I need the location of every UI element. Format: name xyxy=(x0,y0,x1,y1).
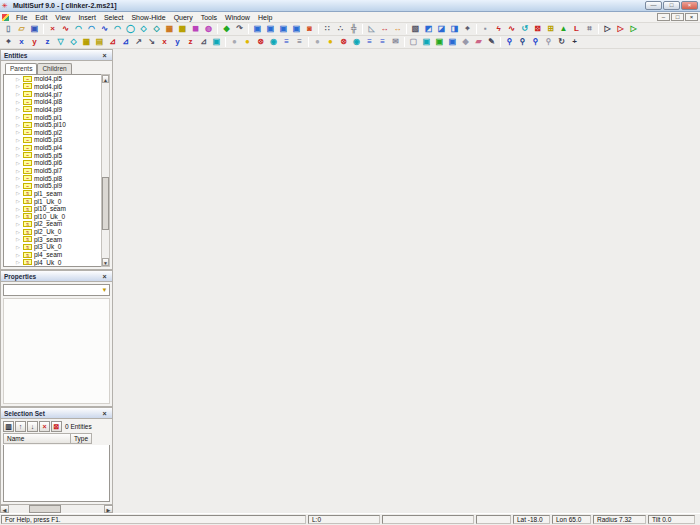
properties-input[interactable] xyxy=(4,287,100,294)
mdi-close-button[interactable]: × xyxy=(685,13,698,21)
subdivisions-icon[interactable]: ∴ xyxy=(334,23,347,35)
select-both-icon[interactable]: ◨ xyxy=(448,23,461,35)
shrink-tool-icon[interactable]: ↘ xyxy=(145,36,158,48)
shaded-blue-icon[interactable]: ▣ xyxy=(446,36,459,48)
tree-item[interactable]: pl10_seam xyxy=(4,205,109,213)
stretch-x-icon[interactable]: ↔ xyxy=(378,23,391,35)
clear-set-icon[interactable]: ⊠ xyxy=(51,421,62,432)
tree-item[interactable]: mold5.pl1 xyxy=(4,113,109,121)
scroll-track[interactable] xyxy=(9,505,104,513)
delete-grid-icon[interactable]: ⊠ xyxy=(531,23,544,35)
open-file-icon[interactable]: ▱ xyxy=(15,23,28,35)
wireframe-icon[interactable]: ▢ xyxy=(407,36,420,48)
view-side-icon[interactable]: ▣ xyxy=(264,23,277,35)
pane-tool-icon[interactable]: ▣ xyxy=(210,36,223,48)
scroll-right-icon[interactable]: ▶ xyxy=(104,505,113,513)
scroll-down-icon[interactable]: ▼ xyxy=(102,258,109,266)
expander-icon[interactable] xyxy=(16,221,22,227)
frame-entity-icon[interactable]: L xyxy=(570,23,583,35)
expander-icon[interactable] xyxy=(16,91,22,97)
project-tool-icon[interactable]: ▽ xyxy=(54,36,67,48)
expander-icon[interactable] xyxy=(16,152,22,158)
menu-item[interactable]: Window xyxy=(221,14,254,21)
zoom-out-icon[interactable]: ⚲ xyxy=(516,36,529,48)
hash-grid-icon[interactable]: ⌗ xyxy=(583,23,596,35)
angle-red-icon[interactable]: ⊿ xyxy=(106,36,119,48)
hide-entity-icon[interactable]: ● xyxy=(228,36,241,48)
show-list-icon[interactable]: ≡ xyxy=(280,36,293,48)
expander-icon[interactable] xyxy=(16,244,22,250)
sketch-icon[interactable]: ✎ xyxy=(485,36,498,48)
menu-item[interactable]: Edit xyxy=(31,14,51,21)
pointer-measure-icon[interactable]: ▷ xyxy=(627,23,640,35)
point-tool-icon[interactable]: × xyxy=(46,23,59,35)
tree-item[interactable]: mold5.pl10 xyxy=(4,121,109,129)
mirror-z-icon[interactable]: z xyxy=(184,36,197,48)
show-layer-icon[interactable]: ● xyxy=(324,36,337,48)
expander-icon[interactable] xyxy=(16,106,22,112)
drag-box-icon[interactable]: ▧ xyxy=(409,23,422,35)
shaded-green-icon[interactable]: ▣ xyxy=(433,36,446,48)
save-file-icon[interactable]: ▣ xyxy=(28,23,41,35)
tree-item[interactable]: pl2_seam xyxy=(4,220,109,228)
expander-icon[interactable] xyxy=(16,252,22,258)
view-home-icon[interactable]: ◙ xyxy=(303,23,316,35)
scroll-thumb[interactable] xyxy=(102,177,109,230)
document-icon[interactable] xyxy=(2,14,9,21)
tree-item[interactable]: mold5.pl3 xyxy=(4,136,109,144)
select-parents-icon[interactable]: ◩ xyxy=(422,23,435,35)
menu-item[interactable]: Tools xyxy=(197,14,221,21)
insert-grid-icon[interactable]: ⊞ xyxy=(544,23,557,35)
expander-icon[interactable] xyxy=(16,236,22,242)
shaded-icon[interactable]: ▣ xyxy=(420,36,433,48)
solid-ok-icon[interactable]: ▲ xyxy=(557,23,570,35)
column-header[interactable]: Name xyxy=(3,433,71,444)
close-icon[interactable]: × xyxy=(100,272,109,281)
scroll-up-icon[interactable]: ▲ xyxy=(102,75,109,83)
scroll-thumb[interactable] xyxy=(29,505,61,513)
expander-icon[interactable] xyxy=(16,175,22,181)
expander-icon[interactable] xyxy=(16,168,22,174)
hide-all-icon[interactable]: ⊗ xyxy=(254,36,267,48)
tree-item[interactable]: mold5.pl2 xyxy=(4,128,109,136)
tree-item[interactable]: mold4.pl8 xyxy=(4,98,109,106)
select-target-icon[interactable]: ⌖ xyxy=(461,23,474,35)
hide-layer-icon[interactable]: ● xyxy=(311,36,324,48)
expander-icon[interactable] xyxy=(16,213,22,219)
ring-entity-icon[interactable]: ↺ xyxy=(518,23,531,35)
tree-item[interactable]: mold5.pl9 xyxy=(4,182,109,190)
solid-tool-icon[interactable]: ◼ xyxy=(189,23,202,35)
zoom-in-icon[interactable]: ⚲ xyxy=(503,36,516,48)
tree-item[interactable]: mold4.pl7 xyxy=(4,90,109,98)
nametags-icon[interactable]: ✉ xyxy=(389,36,402,48)
expander-icon[interactable] xyxy=(16,198,22,204)
rotate-view-icon[interactable]: ↻ xyxy=(555,36,568,48)
polyline-tool-icon[interactable]: ∿ xyxy=(59,23,72,35)
expander-icon[interactable] xyxy=(16,83,22,89)
render-icon[interactable]: ▰ xyxy=(472,36,485,48)
expander-icon[interactable] xyxy=(16,99,22,105)
menu-item[interactable]: View xyxy=(51,14,74,21)
locate-tool-icon[interactable]: ⌖ xyxy=(2,36,15,48)
layer-list-icon[interactable]: ≡ xyxy=(363,36,376,48)
pointer-icon[interactable]: ▷ xyxy=(601,23,614,35)
blank-entity-icon[interactable]: ▪ xyxy=(479,23,492,35)
entities-scrollbar[interactable]: ▲ ▼ xyxy=(101,74,110,267)
expander-icon[interactable] xyxy=(16,114,22,120)
tree-item[interactable]: pl4_seam xyxy=(4,251,109,259)
expander-icon[interactable] xyxy=(16,183,22,189)
close-icon[interactable]: × xyxy=(100,51,109,60)
wave-entity-icon[interactable]: ∿ xyxy=(505,23,518,35)
expander-icon[interactable] xyxy=(16,229,22,235)
layer-list2-icon[interactable]: ≡ xyxy=(376,36,389,48)
minimize-button[interactable]: — xyxy=(645,1,662,10)
pointer-delete-icon[interactable]: ▷ xyxy=(614,23,627,35)
tree-item[interactable]: pl3_Uk_0 xyxy=(4,243,109,251)
tree-item[interactable]: mold5.pl4 xyxy=(4,144,109,152)
expander-icon[interactable] xyxy=(16,129,22,135)
view-front-icon[interactable]: ▣ xyxy=(251,23,264,35)
foil-curve-tool-icon[interactable]: ◠ xyxy=(111,23,124,35)
grid-icon[interactable]: ╬ xyxy=(347,23,360,35)
filter-icon[interactable] xyxy=(100,287,109,293)
expander-icon[interactable] xyxy=(16,137,22,143)
